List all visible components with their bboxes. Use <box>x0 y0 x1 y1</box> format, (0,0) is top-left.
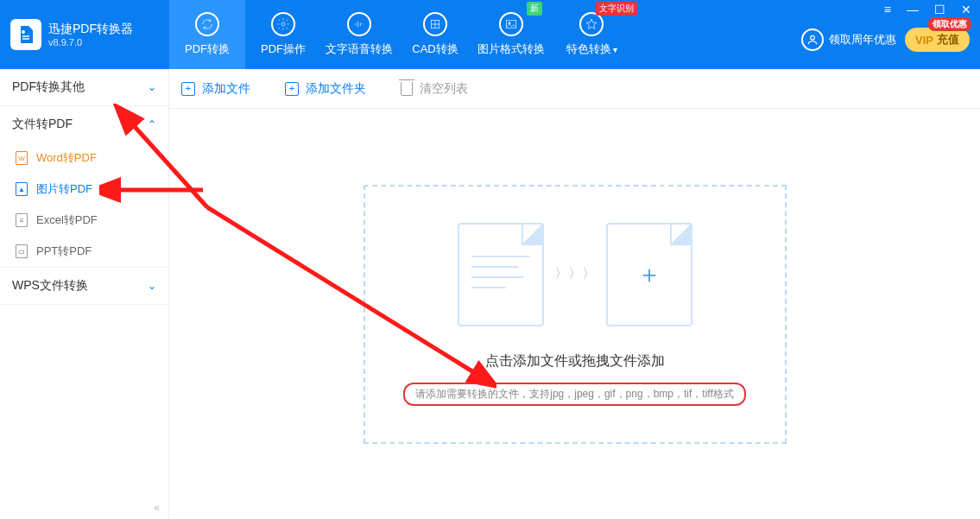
add-target-icon: ＋ <box>606 223 692 326</box>
drop-hint: 请添加需要转换的文件，支持jpg，jpeg，gif，png，bmp，tif，ti… <box>403 383 746 406</box>
avatar-icon <box>801 28 824 51</box>
sidebar: PDF转换其他 ⌄ 文件转PDF ⌃ W Word转PDF ▲ 图片转PDF ≡ <box>0 69 169 519</box>
tab-label: 特色转换▾ <box>566 41 617 57</box>
sidebar-header[interactable]: WPS文件转换 ⌄ <box>0 268 168 304</box>
sidebar-header[interactable]: PDF转换其他 ⌄ <box>0 69 168 105</box>
plus-icon: + <box>181 82 195 96</box>
gear-icon <box>271 12 295 36</box>
window-controls: ≡ ― ☐ ✕ <box>884 0 980 17</box>
svg-point-1 <box>281 22 285 26</box>
tab-cad-convert[interactable]: CAD转换 <box>397 0 473 69</box>
vip-label: 充值 <box>937 32 959 47</box>
tab-label: 图片格式转换 <box>477 41 545 57</box>
chevron-down-icon: ⌄ <box>148 280 156 292</box>
drop-title: 点击添加文件或拖拽文件添加 <box>485 352 665 370</box>
cad-icon <box>423 12 447 36</box>
anniversary-button[interactable]: 领取周年优惠 <box>801 28 896 51</box>
sidebar-group-pdf-to-other: PDF转换其他 ⌄ <box>0 69 168 106</box>
minimize-icon[interactable]: ― <box>907 3 919 17</box>
content-area: + 添加文件 + 添加文件夹 清空列表 〉〉〉 ＋ <box>169 69 980 519</box>
plus-icon: ＋ <box>608 225 691 325</box>
image-icon <box>499 12 523 36</box>
image-file-icon: ▲ <box>16 182 28 196</box>
tab-pdf-operate[interactable]: PDF操作 <box>245 0 321 69</box>
chevron-up-icon: ⌃ <box>148 118 156 130</box>
tab-label: CAD转换 <box>412 41 458 57</box>
plus-icon: + <box>285 82 299 96</box>
drop-graphic: 〉〉〉 ＋ <box>458 223 692 326</box>
document-icon <box>458 223 544 326</box>
add-folder-button[interactable]: + 添加文件夹 <box>285 81 366 97</box>
convert-icon <box>195 12 219 36</box>
sidebar-item-label: Word转PDF <box>36 150 97 166</box>
logo-block: 迅捷PDF转换器 v8.9.7.0 <box>0 0 169 69</box>
app-logo-icon <box>10 19 41 50</box>
vip-button[interactable]: 领取优惠 VIP 充值 <box>905 28 970 52</box>
header-right: ≡ ― ☐ ✕ 领取周年优惠 领取优惠 VIP 充值 <box>801 0 980 69</box>
tool-label: 添加文件 <box>202 81 250 97</box>
sidebar-group-title: 文件转PDF <box>12 117 73 132</box>
sidebar-item-ppt-to-pdf[interactable]: ▭ PPT转PDF <box>0 236 168 267</box>
trash-icon <box>401 82 413 96</box>
new-badge: 新 <box>527 2 542 16</box>
word-icon: W <box>16 151 28 165</box>
app-header: 迅捷PDF转换器 v8.9.7.0 PDF转换 PDF操作 文字语音转换 CAD… <box>0 0 980 69</box>
svg-point-5 <box>811 35 815 40</box>
sidebar-collapse-icon[interactable]: « <box>145 497 168 519</box>
tab-text-audio[interactable]: 文字语音转换 <box>321 0 397 69</box>
ppt-icon: ▭ <box>16 244 28 258</box>
sidebar-group-file-to-pdf: 文件转PDF ⌃ W Word转PDF ▲ 图片转PDF ≡ Excel转PDF… <box>0 106 168 268</box>
app-title: 迅捷PDF转换器 <box>48 22 133 37</box>
tool-label: 添加文件夹 <box>306 81 366 97</box>
audio-icon <box>347 12 371 36</box>
tab-special-convert[interactable]: 文字识别 特色转换▾ <box>549 0 634 69</box>
sidebar-group-wps-convert: WPS文件转换 ⌄ <box>0 268 168 305</box>
menu-icon[interactable]: ≡ <box>884 3 891 17</box>
svg-point-4 <box>509 22 510 24</box>
clear-list-button[interactable]: 清空列表 <box>401 81 468 97</box>
tool-label: 清空列表 <box>420 81 468 97</box>
sidebar-header[interactable]: 文件转PDF ⌃ <box>0 106 168 142</box>
close-icon[interactable]: ✕ <box>961 3 971 17</box>
vip-badge: 领取优惠 <box>928 17 971 31</box>
drop-box[interactable]: 〉〉〉 ＋ 点击添加文件或拖拽文件添加 请添加需要转换的文件，支持jpg，jpe… <box>364 185 787 444</box>
add-file-button[interactable]: + 添加文件 <box>181 81 250 97</box>
app-version: v8.9.7.0 <box>48 37 133 47</box>
tab-image-format[interactable]: 新 图片格式转换 <box>473 0 549 69</box>
svg-point-0 <box>22 30 25 34</box>
toolbar: + 添加文件 + 添加文件夹 清空列表 <box>169 69 980 109</box>
star-icon <box>579 12 604 36</box>
tab-pdf-convert[interactable]: PDF转换 <box>169 0 245 69</box>
text-recognition-badge: 文字识别 <box>596 2 637 16</box>
sidebar-group-title: WPS文件转换 <box>12 278 88 294</box>
sidebar-item-image-to-pdf[interactable]: ▲ 图片转PDF <box>0 174 168 205</box>
chevron-down-icon: ⌄ <box>148 81 156 93</box>
sidebar-item-excel-to-pdf[interactable]: ≡ Excel转PDF <box>0 205 168 236</box>
sidebar-item-label: PPT转PDF <box>36 244 92 259</box>
vip-prefix: VIP <box>915 34 933 47</box>
tab-label: PDF转换 <box>185 41 230 57</box>
anniversary-label: 领取周年优惠 <box>829 32 896 47</box>
svg-rect-3 <box>507 20 516 28</box>
tab-label: PDF操作 <box>261 41 306 57</box>
arrows-icon: 〉〉〉 <box>554 265 596 283</box>
sidebar-item-word-to-pdf[interactable]: W Word转PDF <box>0 142 168 174</box>
main-area: PDF转换其他 ⌄ 文件转PDF ⌃ W Word转PDF ▲ 图片转PDF ≡ <box>0 69 980 519</box>
drop-area: 〉〉〉 ＋ 点击添加文件或拖拽文件添加 请添加需要转换的文件，支持jpg，jpe… <box>169 109 980 519</box>
maximize-icon[interactable]: ☐ <box>934 3 945 17</box>
tab-label: 文字语音转换 <box>326 41 393 57</box>
sidebar-group-title: PDF转换其他 <box>12 79 85 95</box>
sidebar-item-label: Excel转PDF <box>36 212 98 228</box>
sidebar-item-label: 图片转PDF <box>36 181 92 197</box>
excel-icon: ≡ <box>16 213 28 227</box>
main-tabs: PDF转换 PDF操作 文字语音转换 CAD转换 新 图片格式转换 文字识别 特… <box>169 0 634 69</box>
